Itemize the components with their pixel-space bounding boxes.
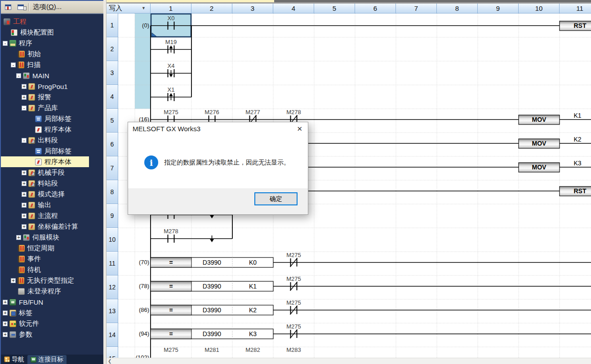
tree-item-事件[interactable]: 事件 [1,253,103,264]
horizontal-scrollbar[interactable]: ❮ [107,358,591,364]
ok-button[interactable]: 确定 [254,192,298,205]
tree-item-label: 机械手段 [38,169,65,177]
tree-item-label: 待机 [27,266,41,274]
contact-label: M281 [204,346,219,353]
tree-item-标签[interactable]: +标签 [1,307,103,318]
step-number: (86) [139,306,149,313]
write-mode-cell[interactable]: 写入 ▼ [107,4,151,13]
tree-item-程序本体[interactable]: 程序本体 [1,156,103,167]
tree-item-恒定周期[interactable]: 恒定周期 [1,243,103,253]
tree-item-未登录程序[interactable]: 未登录程序 [1,286,103,297]
tree-item-工程[interactable]: 工程 [1,16,103,27]
local-label-icon [35,148,42,155]
dock-window-icon[interactable] [15,2,26,12]
tree-item-输出[interactable]: +输出 [1,200,103,210]
tree-item-label: MAIN [32,72,49,80]
column-header-9[interactable]: 9 [478,4,519,13]
scroll-left-icon[interactable]: ❮ [108,358,111,364]
expand-icon[interactable]: + [3,311,8,315]
expand-icon[interactable]: + [22,95,27,100]
expand-icon[interactable]: + [16,235,21,240]
expand-icon[interactable]: + [3,300,8,305]
column-header-3[interactable]: 3 [232,4,273,13]
tree-item-坐标偏差计算[interactable]: +坐标偏差计算 [1,221,103,232]
column-header-7[interactable]: 7 [396,4,437,13]
expand-icon[interactable]: + [22,170,27,175]
tree-item-ProgPou1[interactable]: +ProgPou1 [1,81,103,92]
expand-icon[interactable]: + [3,332,8,337]
contact-label: X0 [168,15,175,22]
compare-operand-b: K0 [249,259,257,266]
tree-item-程序本体[interactable]: 程序本体 [1,124,103,135]
exec-type-icon [18,256,25,262]
tree-item-待机[interactable]: 待机 [1,264,103,275]
tree-item-程序[interactable]: -程序 [1,38,103,49]
write-mode-label: 写入 [109,4,122,13]
tree-item-初始[interactable]: 初始 [1,49,103,59]
contact-label: M275 [286,275,301,282]
tree-item-模块配置图[interactable]: 模块配置图 [1,27,103,38]
compare-operator: = [169,306,173,314]
pin-window-icon[interactable] [3,2,13,12]
chevron-down-icon[interactable]: ▼ [142,6,146,10]
tree-item-参数[interactable]: +参数 [1,329,103,340]
sidebar-tab-连接目标[interactable]: 连接目标 [27,355,67,364]
tree-item-报警[interactable]: +报警 [1,92,103,102]
tree-item-MAIN[interactable]: -MAIN [1,70,103,81]
fb-fun-icon [9,299,16,306]
column-header-8[interactable]: 8 [437,4,478,13]
tree-item-主流程[interactable]: +主流程 [1,210,103,221]
expand-icon[interactable]: + [3,321,8,326]
close-icon[interactable]: ✕ [297,122,302,136]
column-header-6[interactable]: 6 [355,4,396,13]
collapse-icon[interactable]: - [3,41,8,46]
tree-item-机械手段[interactable]: +机械手段 [1,167,103,178]
dialog-title-bar[interactable]: MELSOFT GX Works3 ✕ [128,122,308,136]
edge-arrow-up [169,45,173,49]
expand-icon[interactable]: + [11,278,16,283]
exec-type-icon [18,266,25,273]
tree-item-扫描[interactable]: -扫描 [1,59,103,70]
exec-type-icon [18,51,25,58]
local-label-icon [35,115,42,122]
compare-operand-b: K3 [249,330,257,337]
column-header-2[interactable]: 2 [191,4,232,13]
tree-item-出料段[interactable]: -出料段 [1,135,103,146]
tree-item-软元件[interactable]: +软元件 [1,318,103,329]
expand-icon[interactable]: + [22,203,27,208]
column-header-5[interactable]: 5 [314,4,355,13]
collapse-icon[interactable]: - [22,138,27,143]
pou-icon [28,213,35,219]
column-header-1[interactable]: 1 [151,4,191,13]
tree-item-伺服模块[interactable]: +伺服模块 [1,232,103,243]
program-folder-icon [9,40,16,47]
tree-item-label: 模块配置图 [20,28,54,37]
tree-item-label: 程序 [19,39,32,48]
tree-item-模式选择[interactable]: +模式选择 [1,189,103,200]
contact-label: M278 [286,109,301,115]
expand-icon[interactable]: + [22,192,27,197]
tree-item-局部标签[interactable]: 局部标签 [1,146,103,156]
contact-label: M278 [164,228,178,235]
column-header-10[interactable]: 10 [519,4,560,13]
tree-item-无执行类型指定[interactable]: +无执行类型指定 [1,275,103,286]
expand-icon[interactable]: + [22,224,27,229]
column-header-11[interactable]: 11 [560,4,591,13]
pane-splitter[interactable] [103,0,107,364]
tree-item-料站段[interactable]: +料站段 [1,178,103,189]
column-header-4[interactable]: 4 [273,4,314,13]
top-strip-shade [274,0,591,2]
collapse-icon[interactable]: - [22,106,27,111]
tree-item-FB/FUN[interactable]: +FB/FUN [1,297,103,307]
tree-item-局部标签[interactable]: 局部标签 [1,113,103,124]
expand-icon[interactable]: + [22,84,27,89]
tree-item-产品库[interactable]: -产品库 [1,102,103,113]
collapse-icon[interactable]: - [16,73,21,78]
options-menu-button[interactable]: 选项(O)... [31,3,63,11]
collapse-icon[interactable]: - [11,62,16,67]
sidebar-tab-导航[interactable]: 导航 [1,355,27,364]
expand-icon[interactable]: + [22,181,27,186]
dialog-message: 指定的数据属性为读取禁止，因此无法显示。 [164,159,290,167]
expand-icon[interactable]: + [22,213,27,218]
merge-arrow-down [210,239,214,242]
